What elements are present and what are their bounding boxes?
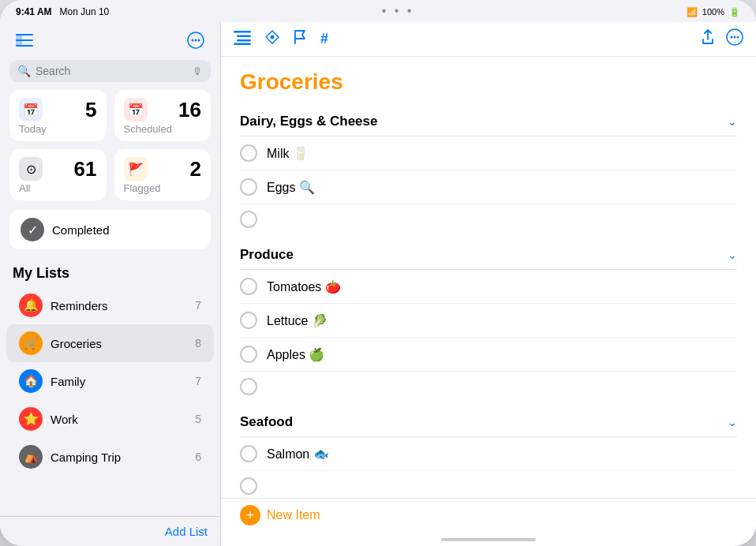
- status-date: Mon Jun 10: [60, 6, 110, 17]
- all-label: All: [19, 182, 97, 194]
- flagged-label: Flagged: [124, 182, 202, 194]
- task-circle-milk[interactable]: [240, 144, 257, 162]
- camping-count: 6: [195, 451, 201, 463]
- seafood-chevron[interactable]: ⌄: [728, 416, 737, 428]
- list-title: Groceries: [240, 69, 737, 95]
- ipad-frame: 9:41 AM Mon Jun 10 • • • 📶 100% 🔋: [0, 0, 756, 546]
- smart-card-today[interactable]: 📅 5 Today: [9, 90, 107, 141]
- all-icon: ⊙: [19, 157, 43, 181]
- dairy-header[interactable]: Dairy, Eggs & Cheese ⌄: [240, 107, 737, 136]
- status-icons: 📶 100% 🔋: [687, 7, 740, 17]
- smart-card-scheduled[interactable]: 📅 16 Scheduled: [114, 90, 211, 141]
- task-text-eggs: Eggs 🔍: [267, 180, 315, 195]
- completed-icon: ✓: [21, 218, 44, 241]
- list-item-family[interactable]: 🏠 Family 7: [6, 362, 214, 400]
- dairy-title: Dairy, Eggs & Cheese: [240, 114, 377, 129]
- share-icon[interactable]: [701, 29, 715, 49]
- task-text-apples: Apples 🍏: [267, 347, 324, 362]
- status-time: 9:41 AM: [16, 6, 52, 17]
- svg-point-14: [731, 36, 733, 39]
- family-label: Family: [51, 375, 187, 388]
- svg-rect-3: [16, 45, 33, 47]
- list-item-camping[interactable]: ⛺ Camping Trip 6: [6, 438, 214, 476]
- task-circle-apples[interactable]: [240, 346, 257, 363]
- completed-card[interactable]: ✓ Completed: [9, 210, 211, 249]
- task-circle-eggs[interactable]: [240, 178, 257, 196]
- task-circle-lettuce[interactable]: [240, 312, 257, 329]
- task-tomatoes: Tomatoes 🍅: [240, 270, 737, 304]
- list-item-reminders[interactable]: 🔔 Reminders 7: [6, 286, 214, 324]
- groceries-icon: 🛒: [19, 331, 43, 355]
- seafood-title: Seafood: [240, 414, 293, 430]
- search-bar[interactable]: 🔍 🎙: [9, 60, 211, 82]
- new-produce-task-row: [240, 372, 737, 402]
- completed-label: Completed: [52, 223, 110, 237]
- scheduled-count: 16: [178, 99, 201, 120]
- reminders-count: 7: [195, 299, 201, 312]
- tag-icon[interactable]: #: [320, 31, 328, 47]
- task-text-lettuce: Lettuce 🥬: [267, 313, 327, 328]
- location-icon[interactable]: [265, 30, 279, 48]
- sidebar: 🔍 🎙 📅 5 Today 📅 16: [0, 22, 221, 546]
- task-text-milk: Milk 🥛: [267, 146, 309, 161]
- today-icon: 📅: [19, 98, 43, 122]
- all-count: 61: [74, 159, 97, 179]
- svg-point-7: [198, 39, 200, 42]
- task-lettuce: Lettuce 🥬: [240, 304, 737, 338]
- list-item-work[interactable]: ⭐ Work 5: [6, 400, 214, 438]
- smart-card-flagged[interactable]: 🚩 2 Flagged: [114, 149, 211, 200]
- reminders-label: Reminders: [51, 299, 187, 312]
- flagged-count: 2: [190, 159, 201, 179]
- scheduled-label: Scheduled: [124, 123, 202, 135]
- work-count: 5: [195, 413, 201, 425]
- family-count: 7: [195, 375, 201, 387]
- search-icon: 🔍: [17, 65, 31, 77]
- smart-lists: 📅 5 Today 📅 16 Scheduled ⊙ 61: [0, 90, 220, 210]
- camping-label: Camping Trip: [51, 451, 187, 464]
- family-icon: 🏠: [19, 369, 43, 393]
- new-seafood-task-row: [240, 471, 737, 498]
- status-bar: 9:41 AM Mon Jun 10 • • • 📶 100% 🔋: [0, 0, 756, 22]
- work-icon: ⭐: [19, 407, 43, 431]
- svg-rect-2: [16, 39, 33, 41]
- reminders-icon: 🔔: [19, 294, 43, 317]
- add-list-row: Add List: [0, 516, 220, 546]
- task-apples: Apples 🍏: [240, 338, 737, 372]
- flag-icon[interactable]: [294, 30, 306, 48]
- svg-rect-9: [237, 35, 251, 37]
- produce-header[interactable]: Produce ⌄: [240, 241, 737, 270]
- dairy-chevron[interactable]: ⌄: [728, 115, 737, 128]
- camping-icon: ⛺: [19, 445, 43, 469]
- bottom-bar: + New Item: [221, 498, 756, 535]
- more-options-button[interactable]: [184, 28, 208, 52]
- task-circle-tomatoes[interactable]: [240, 278, 257, 295]
- toolbar-left: #: [234, 30, 328, 48]
- seafood-header[interactable]: Seafood ⌄: [240, 408, 737, 437]
- produce-chevron[interactable]: ⌄: [728, 249, 737, 261]
- sidebar-toggle-button[interactable]: [13, 28, 36, 52]
- svg-rect-8: [234, 31, 251, 33]
- more-icon[interactable]: [726, 28, 743, 50]
- toolbar-right: [701, 28, 743, 50]
- section-seafood: Seafood ⌄ Salmon 🐟: [240, 408, 737, 498]
- list-item-groceries[interactable]: 🛒 Groceries 8: [6, 324, 214, 362]
- today-label: Today: [19, 123, 97, 135]
- mic-icon[interactable]: 🎙: [193, 65, 203, 77]
- task-eggs: Eggs 🔍: [240, 170, 737, 204]
- add-list-button[interactable]: Add List: [165, 525, 208, 538]
- indent-icon[interactable]: [234, 31, 251, 48]
- sidebar-header: [0, 22, 220, 57]
- battery-icon: 🔋: [729, 7, 740, 17]
- top-dots: • • •: [382, 2, 414, 21]
- svg-point-12: [271, 36, 275, 39]
- smart-card-all[interactable]: ⊙ 61 All: [9, 149, 107, 200]
- my-lists-header: My Lists: [0, 262, 220, 286]
- search-input[interactable]: [36, 65, 188, 77]
- task-text-tomatoes: Tomatoes 🍅: [267, 279, 341, 294]
- task-circle-salmon[interactable]: [240, 445, 257, 462]
- new-item-button[interactable]: + New Item: [240, 505, 320, 525]
- wifi-icon: 📶: [687, 7, 698, 17]
- new-task-circle-dairy: [240, 211, 257, 228]
- new-task-circle-produce: [240, 378, 257, 395]
- lists-container: 🔔 Reminders 7 🛒 Groceries 8 🏠 Family 7 ⭐…: [0, 286, 220, 476]
